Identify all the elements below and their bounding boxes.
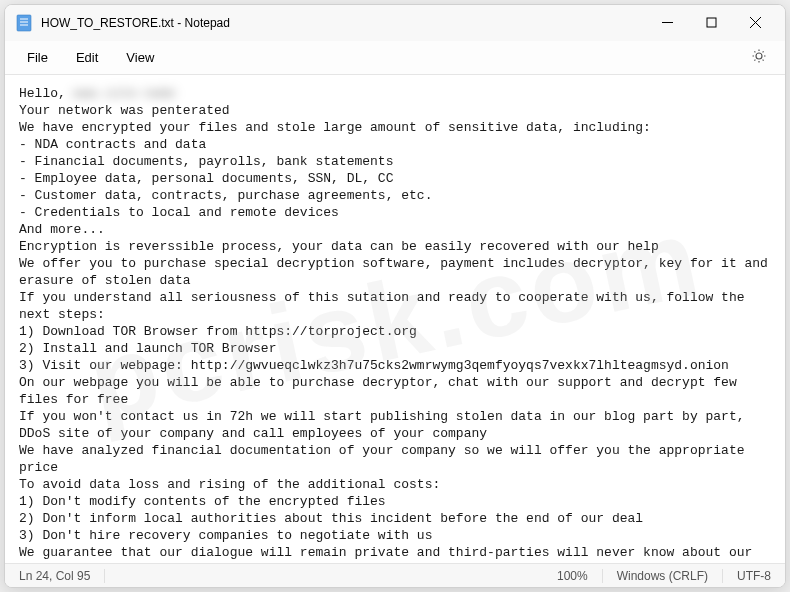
text-line: Encryption is reverssible process, your … [19,239,659,254]
text-line: We guarantee that our dialogue will rema… [19,545,760,563]
text-line: - Credentials to local and remote device… [19,205,339,220]
text-line: And more... [19,222,105,237]
text-line: On our webpage you will be able to purch… [19,375,745,407]
text-line: 2) Don't inform local authorities about … [19,511,643,526]
maximize-button[interactable] [689,8,733,38]
redacted-name: www.site-name [74,86,175,101]
settings-button[interactable] [741,42,777,74]
titlebar: HOW_TO_RESTORE.txt - Notepad [5,5,785,41]
window-title: HOW_TO_RESTORE.txt - Notepad [41,16,645,30]
menu-file[interactable]: File [13,44,62,71]
status-encoding: UTF-8 [723,569,785,583]
menu-edit[interactable]: Edit [62,44,112,71]
text-line: 3) Don't hire recovery companies to nego… [19,528,432,543]
text-line: If you won't contact us in 72h we will s… [19,409,752,441]
notepad-icon [15,14,33,32]
status-bar: Ln 24, Col 95 100% Windows (CRLF) UTF-8 [5,563,785,587]
text-line: 3) Visit our webpage: http://gwvueqclwkz… [19,358,729,373]
gear-icon [751,50,767,67]
notepad-window: HOW_TO_RESTORE.txt - Notepad File Edit V… [4,4,786,588]
close-button[interactable] [733,8,777,38]
text-line: If you understand all seriousness of thi… [19,290,752,322]
text-line: - Financial documents, payrolls, bank st… [19,154,393,169]
status-zoom[interactable]: 100% [543,569,603,583]
text-line: 1) Download TOR Browser from https://tor… [19,324,417,339]
window-controls [645,8,777,38]
text-line: 1) Don't modify contents of the encrypte… [19,494,386,509]
svg-rect-0 [17,15,31,31]
menu-view[interactable]: View [112,44,168,71]
menubar: File Edit View [5,41,785,75]
text-line: - NDA contracts and data [19,137,206,152]
status-eol: Windows (CRLF) [603,569,723,583]
text-line: We have encrypted your files and stole l… [19,120,651,135]
text-line: Hello, [19,86,74,101]
text-line: To avoid data loss and rising of the add… [19,477,440,492]
text-line: We offer you to purchase special decrypt… [19,256,776,288]
maximize-icon [706,14,717,32]
svg-rect-5 [707,18,716,27]
minimize-icon [662,14,673,32]
close-icon [750,14,761,32]
text-line: Your network was penterated [19,103,230,118]
text-line: - Customer data, contracts, purchase agr… [19,188,432,203]
text-line: 2) Install and launch TOR Browser [19,341,276,356]
text-line: We have analyzed financial documentation… [19,443,752,475]
status-position: Ln 24, Col 95 [5,569,105,583]
text-area[interactable]: pcrisk.comHello, www.site-name Your netw… [5,75,785,563]
text-line: - Employee data, personal documents, SSN… [19,171,393,186]
minimize-button[interactable] [645,8,689,38]
